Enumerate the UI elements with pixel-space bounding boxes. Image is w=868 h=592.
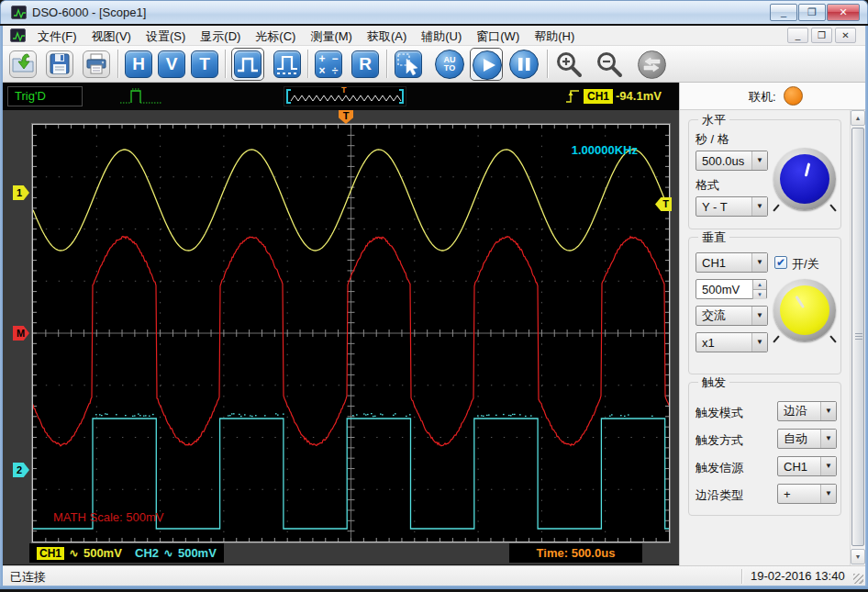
scrollbar-up-icon[interactable]: ▲ [851, 110, 865, 126]
self-calibration-button[interactable] [638, 50, 666, 79]
vertical-setup-button[interactable]: V [158, 50, 185, 78]
window-border-bottom [0, 586, 868, 589]
online-label: 联机: [749, 89, 776, 106]
panel-scrollbar[interactable]: ▲ ▼ [850, 110, 865, 565]
chevron-down-icon[interactable]: ▼ [751, 307, 767, 325]
format-select[interactable]: Y - T▼ [696, 196, 768, 217]
online-indicator [784, 86, 803, 106]
ch2-position-marker[interactable]: 2 [13, 463, 29, 477]
channel-onoff-checkbox[interactable]: ✔ [774, 256, 787, 269]
waveform-persist-button[interactable] [273, 50, 301, 78]
volts-div-value: 500mV [702, 283, 740, 296]
coupling-value: 交流 [702, 307, 726, 324]
math-button[interactable]: +−×÷ [315, 50, 342, 78]
menu-measure[interactable]: 测量(M) [303, 26, 360, 48]
menu-acquire[interactable]: 获取(A) [360, 26, 414, 48]
statusbar-separator [741, 569, 742, 584]
menu-setup[interactable]: 设置(S) [139, 26, 193, 48]
zoom-out-button[interactable] [595, 50, 624, 83]
probe-select[interactable]: x1▼ [696, 332, 768, 352]
chevron-down-icon[interactable]: ▼ [751, 151, 767, 170]
knob-pointer [774, 149, 834, 208]
chevron-down-icon[interactable]: ▼ [751, 197, 767, 216]
trigger-source-select[interactable]: CH1▼ [777, 456, 837, 476]
chevron-down-icon[interactable]: ▼ [820, 457, 836, 475]
cursor-button[interactable] [395, 50, 422, 78]
spinner-up-icon[interactable]: ▲ [752, 280, 766, 289]
autoset-glyph-bottom: TO [436, 64, 463, 73]
mdi-restore-button[interactable]: ❐ [811, 28, 832, 43]
trigger-position-marker[interactable]: T [339, 110, 353, 124]
maximize-button[interactable]: ❐ [798, 4, 826, 21]
horizontal-knob[interactable] [773, 148, 836, 210]
math-position-marker[interactable]: M [13, 326, 29, 341]
scope-document-icon[interactable] [10, 28, 26, 42]
coupling-select[interactable]: 交流▼ [696, 306, 768, 326]
close-button[interactable]: ✕ [827, 4, 860, 21]
knob-tick [829, 335, 836, 342]
chevron-down-icon[interactable]: ▼ [820, 402, 836, 420]
resize-grip[interactable] [853, 574, 863, 584]
menu-display[interactable]: 显示(D) [193, 26, 248, 48]
vertical-knob[interactable] [773, 279, 836, 341]
scope-crt[interactable]: 1.00000KHz MATH Scale: 500mV [32, 124, 670, 542]
minimize-button[interactable]: _ [770, 4, 797, 21]
horizontal-setup-button[interactable]: H [125, 50, 152, 78]
save-button[interactable] [46, 50, 73, 78]
toolbar: H V T +−×÷ R AU TO [3, 46, 865, 83]
chevron-down-icon[interactable]: ▼ [751, 333, 767, 352]
probe-value: x1 [702, 336, 715, 350]
chevron-down-icon[interactable]: ▼ [820, 430, 836, 448]
edge-type-select[interactable]: +▼ [777, 484, 837, 504]
pause-button[interactable] [509, 50, 539, 79]
trigger-mode-select[interactable]: 边沿▼ [777, 401, 837, 421]
open-button[interactable] [9, 50, 37, 78]
channel-select[interactable]: CH1▼ [696, 252, 768, 273]
math-scale-readout: MATH Scale: 500mV [53, 510, 163, 524]
trigger-group: 触发 触发模式 边沿▼ 触发方式 自动▼ 触发信源 CH1▼ 边沿类型 +▼ [688, 382, 841, 516]
ch2-scale-readout: 500mV [178, 546, 217, 560]
knob-pointer [771, 276, 840, 345]
mdi-close-button[interactable]: ✕ [835, 28, 856, 43]
online-status-row: 联机: [679, 83, 865, 110]
print-button[interactable] [83, 50, 110, 78]
pulse-waveform-icon [119, 86, 163, 110]
knob-tick [829, 204, 836, 211]
scope-display-area: 1.00000KHz MATH Scale: 500mV 1 M 2 T T C… [3, 110, 679, 564]
trigger-setup-button[interactable]: T [191, 50, 218, 78]
ch1-position-marker[interactable]: 1 [13, 185, 29, 200]
mdi-minimize-button[interactable]: _ [787, 28, 808, 43]
chevron-down-icon[interactable]: ▼ [751, 253, 767, 272]
connection-status: 已连接 [10, 569, 46, 586]
format-label: 格式 [696, 177, 719, 194]
menu-file[interactable]: 文件(F) [30, 26, 84, 48]
volts-div-spinner[interactable]: 500mV ▲▼ [696, 279, 767, 299]
scrollbar-down-icon[interactable]: ▼ [851, 549, 865, 564]
zoom-in-button[interactable] [554, 50, 584, 83]
trigger-group-title: 触发 [698, 374, 729, 391]
menu-cursor[interactable]: 光标(C) [248, 26, 303, 48]
spinner-down-icon[interactable]: ▼ [752, 289, 766, 299]
ch1-info-box[interactable]: CH1 ∿ 500mV [29, 543, 129, 563]
menu-window[interactable]: 窗口(W) [469, 26, 527, 48]
menu-utility[interactable]: 辅助(U) [414, 26, 469, 48]
autoset-button[interactable]: AU TO [435, 50, 464, 79]
toolbar-separator [225, 50, 226, 78]
run-button[interactable] [473, 50, 502, 80]
menu-view[interactable]: 视图(V) [84, 26, 139, 48]
toolbar-separator [117, 50, 118, 78]
ch2-info-box[interactable]: CH2 ∿ 500mV [128, 543, 224, 563]
svg-text:×: × [318, 64, 325, 77]
timebase-readout: Time: 500.0us [537, 546, 616, 560]
scrollbar-thumb[interactable] [851, 128, 864, 546]
preview-trigger-marker[interactable]: T [341, 85, 347, 95]
secdiv-select[interactable]: 500.0us▼ [696, 151, 768, 171]
waveform-preview-bar[interactable]: T [284, 86, 406, 106]
vertical-group-title: 垂直 [698, 229, 729, 246]
chevron-down-icon[interactable]: ▼ [820, 485, 836, 503]
trigger-sweep-select[interactable]: 自动▼ [777, 429, 837, 449]
waveform-normal-button[interactable] [234, 50, 262, 78]
menu-help[interactable]: 帮助(H) [527, 26, 582, 48]
secdiv-label: 秒 / 格 [696, 131, 729, 148]
refresh-button[interactable]: R [351, 50, 379, 78]
